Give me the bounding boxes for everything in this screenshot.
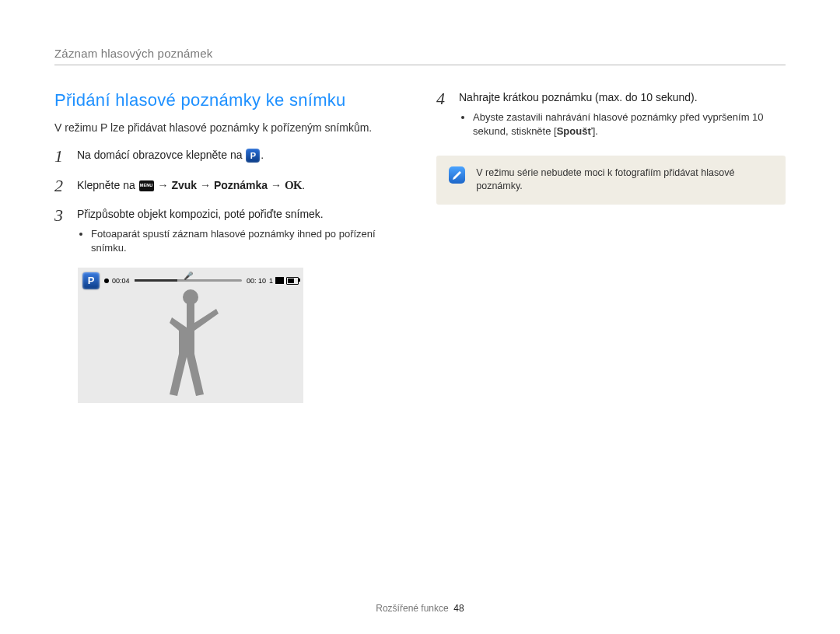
osd-count: 1 xyxy=(269,277,273,285)
osd-total: 00: 10 xyxy=(247,277,266,285)
step-number: 2 xyxy=(54,177,68,194)
right-column: 4 Nahrajte krátkou poznámku (max. do 10 … xyxy=(436,90,786,403)
step3-text: Přizpůsobte objekt kompozici, poté pořiď… xyxy=(77,208,324,220)
step-body: Nahrajte krátkou poznámku (max. do 10 se… xyxy=(459,90,786,138)
p-mode-badge-icon: P xyxy=(82,272,100,289)
step-body: Na domácí obrazovce klepněte na P. xyxy=(77,148,404,163)
bullet-bold: Spoušť xyxy=(557,125,593,137)
page-number: 48 xyxy=(453,603,464,614)
arrow: → xyxy=(155,179,172,191)
step-1: 1 Na domácí obrazovce klepněte na P. xyxy=(54,148,404,165)
step-body: Přizpůsobte objekt kompozici, poté pořiď… xyxy=(77,207,404,255)
step3-bullet: Fotoaparát spustí záznam hlasové poznámk… xyxy=(91,227,404,255)
bullet-post: ]. xyxy=(593,125,598,137)
note-icon xyxy=(449,166,465,184)
step-number: 3 xyxy=(54,207,68,224)
storage-icon xyxy=(275,277,284,284)
note-box: V režimu série nebudete moci k fotografi… xyxy=(436,156,786,205)
zvuk-label: Zvuk xyxy=(171,179,197,191)
camera-preview: P 00:04 🎤 00: 10 1 xyxy=(78,268,303,403)
arrow: → xyxy=(197,179,214,191)
bullet-list: Fotoaparát spustí záznam hlasové poznámk… xyxy=(77,227,404,255)
step-body: Klepněte na MENU → Zvuk → Poznámka → OK. xyxy=(77,177,404,194)
intro-text: V režimu P lze přidávat hlasové poznámky… xyxy=(54,121,404,134)
left-column: Přidání hlasové poznámky ke snímku V rež… xyxy=(54,90,404,403)
step-number: 4 xyxy=(436,90,450,107)
step-number: 1 xyxy=(54,148,68,165)
step-4: 4 Nahrajte krátkou poznámku (max. do 10 … xyxy=(436,90,786,138)
step1-pre: Na domácí obrazovce klepněte na xyxy=(77,149,245,161)
step-2: 2 Klepněte na MENU → Zvuk → Poznámka → O… xyxy=(54,177,404,194)
microphone-icon: 🎤 xyxy=(184,271,193,280)
manual-page: Záznam hlasových poznámek Přidání hlasov… xyxy=(0,0,840,634)
note-text: V režimu série nebudete moci k fotografi… xyxy=(476,166,773,194)
record-dot-icon xyxy=(104,278,109,283)
step4-bullet: Abyste zastavili nahrávání hlasové pozná… xyxy=(473,110,786,138)
menu-icon: MENU xyxy=(139,180,154,191)
osd-progress-bar: 🎤 xyxy=(135,279,242,282)
subtitle: Přidání hlasové poznámky ke snímku xyxy=(54,90,404,110)
ok-icon: OK xyxy=(285,179,302,191)
bullet-pre: Abyste zastavili nahrávání hlasové pozná… xyxy=(473,111,764,137)
osd-right-cluster: 1 xyxy=(269,277,299,285)
osd-elapsed: 00:04 xyxy=(112,277,130,285)
svg-point-0 xyxy=(183,289,198,305)
step2-pre: Klepněte na xyxy=(77,179,138,191)
section-header: Záznam hlasových poznámek xyxy=(54,47,786,65)
step4-text: Nahrajte krátkou poznámku (max. do 10 se… xyxy=(459,91,698,103)
step2-post: . xyxy=(302,179,305,191)
step1-post: . xyxy=(261,149,264,161)
bullet-list: Abyste zastavili nahrávání hlasové pozná… xyxy=(459,110,786,138)
subject-silhouette xyxy=(156,286,226,400)
page-footer: Rozšířené funkce 48 xyxy=(0,603,840,614)
poznamka-label: Poznámka xyxy=(214,179,268,191)
arrow: → xyxy=(268,179,285,191)
battery-icon xyxy=(286,277,299,285)
footer-label: Rozšířené funkce xyxy=(376,603,448,614)
p-mode-icon: P xyxy=(246,149,260,163)
content-columns: Přidání hlasové poznámky ke snímku V rež… xyxy=(54,90,786,403)
step-3: 3 Přizpůsobte objekt kompozici, poté poř… xyxy=(54,207,404,255)
